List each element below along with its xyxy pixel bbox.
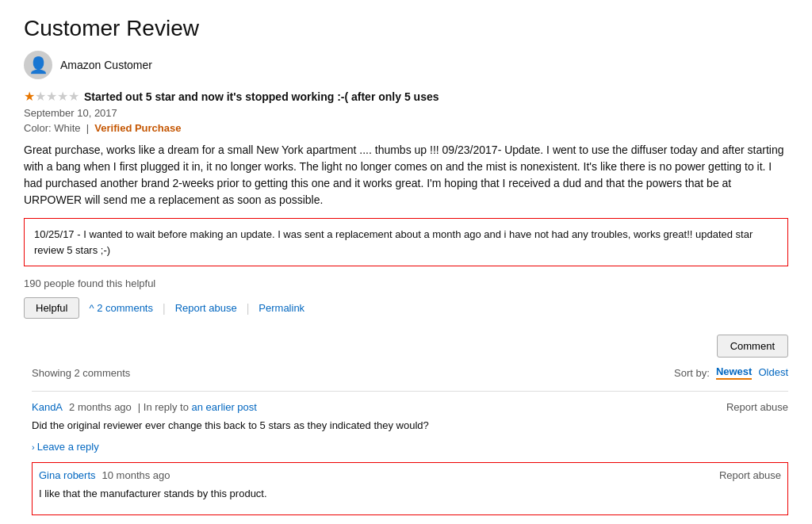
helpful-count: 190 people found this helpful — [24, 277, 788, 289]
star-5: ★ — [68, 89, 79, 104]
comment-header-row: Showing 2 comments Sort by: Newest Oldes… — [32, 365, 788, 380]
separator-2: | — [247, 302, 250, 315]
comment-time-2: 10 months ago — [102, 469, 170, 481]
review-body: Great purchase, works like a dream for a… — [24, 142, 788, 208]
leave-reply-label-1: Leave a reply — [37, 441, 99, 453]
star-rating: ★ ★ ★ ★ ★ — [24, 89, 79, 104]
color-label: Color: White — [24, 122, 81, 134]
review-date: September 10, 2017 — [24, 107, 788, 119]
report-abuse-2[interactable]: Report abuse — [719, 469, 781, 481]
in-reply-link-1[interactable]: an earlier post — [192, 401, 257, 413]
star-3: ★ — [46, 89, 57, 104]
reviewer-row: 👤 Amazon Customer — [24, 51, 788, 79]
comment-item-1: KandA 2 months ago | In reply to an earl… — [32, 391, 788, 462]
commenter-name-1[interactable]: KandA — [32, 401, 63, 413]
star-4: ★ — [57, 89, 68, 104]
separator-1: | — [163, 302, 166, 315]
sort-newest[interactable]: Newest — [716, 365, 753, 380]
star-2: ★ — [35, 89, 46, 104]
verified-label: Verified Purchase — [94, 122, 181, 134]
comments-section: Comment Showing 2 comments Sort by: Newe… — [32, 335, 788, 524]
star-1: ★ — [24, 89, 35, 104]
sort-oldest[interactable]: Oldest — [758, 366, 788, 379]
sort-row: Sort by: Newest Oldest — [674, 365, 788, 380]
report-abuse-link[interactable]: Report abuse — [175, 302, 237, 314]
commenter-name-2[interactable]: Gina roberts — [39, 469, 96, 481]
comment-time-1: 2 months ago — [69, 401, 132, 413]
comment-text-2: I like that the manufacturer stands by t… — [39, 486, 781, 502]
comment-meta-row-2: Gina roberts 10 months ago Report abuse — [39, 469, 781, 481]
permalink-link[interactable]: Permalink — [259, 302, 304, 314]
update-box: 10/25/17 - I wanted to wait before makin… — [24, 218, 788, 266]
comment-button-row: Comment — [32, 335, 788, 358]
comment-item-2: Gina roberts 10 months ago Report abuse … — [32, 462, 788, 515]
leave-reply-1[interactable]: › Leave a reply — [32, 441, 99, 453]
sort-label: Sort by: — [674, 367, 710, 379]
avatar: 👤 — [24, 51, 52, 79]
reviewer-name: Amazon Customer — [60, 59, 152, 71]
page-title: Customer Review — [24, 16, 788, 41]
comments-link[interactable]: ^ 2 comments — [89, 302, 153, 314]
review-title: Started out 5 star and now it's stopped … — [84, 90, 439, 103]
comment-text-1: Did the original reviewer ever change th… — [32, 418, 788, 434]
update-text: 10/25/17 - I wanted to wait before makin… — [34, 228, 753, 256]
showing-text: Showing 2 comments — [32, 367, 130, 379]
comment-meta-row-1: KandA 2 months ago | In reply to an earl… — [32, 401, 788, 413]
comment-meta-left-2: Gina roberts 10 months ago — [39, 469, 170, 481]
action-row: Helpful ^ 2 comments | Report abuse | Pe… — [24, 297, 788, 319]
report-abuse-1[interactable]: Report abuse — [726, 401, 788, 413]
helpful-button[interactable]: Helpful — [24, 297, 79, 319]
comment-button[interactable]: Comment — [717, 335, 788, 358]
chevron-icon-1: › — [32, 442, 35, 452]
color-row: Color: White | Verified Purchase — [24, 122, 788, 134]
stars-row: ★ ★ ★ ★ ★ Started out 5 star and now it'… — [24, 89, 788, 104]
in-reply-1: | In reply to an earlier post — [138, 401, 257, 413]
comment-meta-left-1: KandA 2 months ago | In reply to an earl… — [32, 401, 257, 413]
